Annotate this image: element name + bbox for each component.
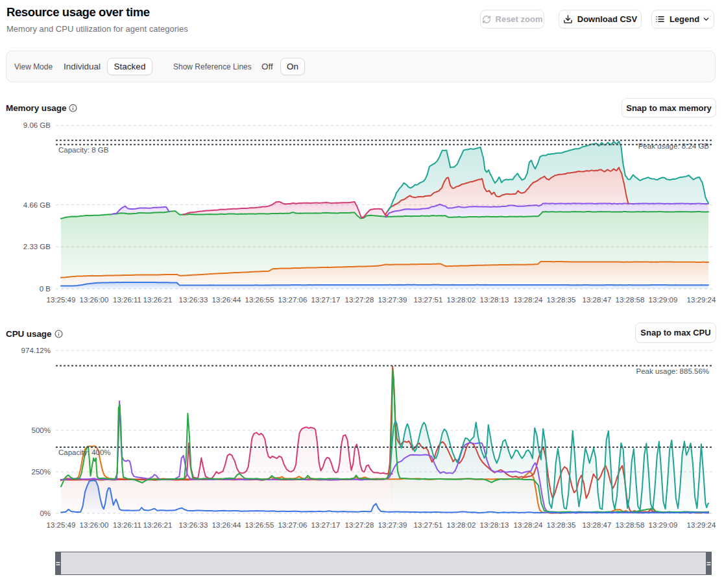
svg-text:13:26:55: 13:26:55 [245,521,274,529]
svg-text:13:28:58: 13:28:58 [616,521,645,529]
svg-text:13:28:47: 13:28:47 [583,296,612,304]
svg-text:13:28:58: 13:28:58 [616,296,645,304]
svg-text:13:26:44: 13:26:44 [212,521,241,529]
svg-text:13:28:47: 13:28:47 [583,521,612,529]
svg-text:500%: 500% [32,426,51,434]
svg-text:13:28:35: 13:28:35 [547,521,576,529]
svg-text:13:27:17: 13:27:17 [311,521,341,529]
svg-text:13:27:39: 13:27:39 [378,521,407,529]
svg-text:9.06 GB: 9.06 GB [23,121,51,129]
svg-text:13:27:51: 13:27:51 [414,296,443,304]
svg-text:13:26:21: 13:26:21 [143,521,173,529]
svg-text:13:26:33: 13:26:33 [179,521,208,529]
svg-text:13:27:17: 13:27:17 [311,296,341,304]
svg-text:13:28:35: 13:28:35 [547,296,576,304]
svg-text:13:28:24: 13:28:24 [514,521,543,529]
svg-text:13:28:24: 13:28:24 [514,296,543,304]
svg-text:13:29:24: 13:29:24 [687,296,716,304]
svg-text:13:25:49: 13:25:49 [47,296,76,304]
svg-text:13:26:11: 13:26:11 [113,521,141,529]
svg-text:13:27:28: 13:27:28 [345,521,374,529]
svg-text:13:26:11: 13:26:11 [113,296,141,304]
svg-text:974.12%: 974.12% [21,347,51,354]
svg-text:13:29:09: 13:29:09 [649,296,678,304]
svg-text:0 B: 0 B [40,285,51,293]
svg-text:4.66 GB: 4.66 GB [23,201,51,209]
svg-text:13:29:24: 13:29:24 [687,521,716,529]
svg-text:13:25:49: 13:25:49 [47,521,76,529]
svg-text:Capacity: 400%: Capacity: 400% [58,448,111,456]
svg-text:Peak usage: 8.24 GB: Peak usage: 8.24 GB [638,142,710,150]
svg-text:13:27:06: 13:27:06 [278,521,308,529]
svg-text:13:29:09: 13:29:09 [649,521,678,529]
svg-text:13:28:13: 13:28:13 [480,296,509,304]
svg-text:13:26:21: 13:26:21 [143,296,173,304]
svg-text:Peak usage: 885.56%: Peak usage: 885.56% [636,367,709,375]
svg-text:13:28:02: 13:28:02 [447,296,476,304]
svg-text:13:28:13: 13:28:13 [480,521,509,529]
svg-text:13:26:44: 13:26:44 [212,296,241,304]
svg-text:13:26:00: 13:26:00 [80,296,109,304]
svg-text:2.33 GB: 2.33 GB [23,243,51,251]
svg-text:13:26:55: 13:26:55 [245,296,274,304]
svg-text:13:26:33: 13:26:33 [179,296,208,304]
svg-text:0%: 0% [40,509,51,517]
svg-text:13:26:00: 13:26:00 [80,521,109,529]
svg-text:13:28:02: 13:28:02 [447,521,476,529]
svg-text:13:27:51: 13:27:51 [414,521,443,529]
svg-text:13:27:06: 13:27:06 [278,296,308,304]
svg-text:250%: 250% [32,468,51,476]
svg-text:13:27:28: 13:27:28 [345,296,374,304]
svg-text:13:27:39: 13:27:39 [378,296,407,304]
svg-text:Capacity: 8 GB: Capacity: 8 GB [58,146,109,154]
